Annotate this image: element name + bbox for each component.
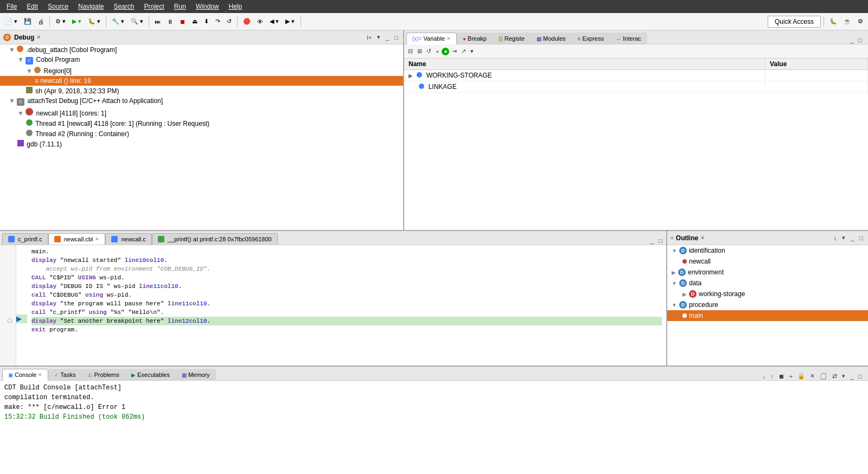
editor-minimize[interactable]: _ [649, 237, 655, 245]
tree-item-debug-attach[interactable]: ▼ .debug_attach [Cobol Program] [0, 44, 403, 55]
tab-registers[interactable]: ||| Registe [493, 33, 531, 44]
var-settings[interactable]: ▾ [469, 47, 475, 55]
tab-variable[interactable]: (x)= Variable ✕ [406, 33, 457, 44]
debug-minimize[interactable]: _ [384, 33, 391, 41]
tab-newcall-c[interactable]: newcall.c [105, 233, 151, 245]
tree-item-newcall-process[interactable]: ▼ newcall [4118] [cores: 1] [0, 107, 403, 118]
tab-newcall-cbl[interactable]: newcall.cbl ✕ [48, 233, 106, 245]
step-pause[interactable]: ⏸ [164, 17, 176, 27]
tab-breakpoints[interactable]: ● Breakp [457, 33, 493, 44]
console-maximize[interactable]: □ [857, 373, 864, 380]
var-watch[interactable]: + [434, 48, 441, 55]
console-dropdown[interactable]: ▾ [840, 372, 847, 380]
outline-close-icon[interactable]: ✕ [700, 235, 705, 241]
perspective-settings[interactable]: ⚙ [855, 16, 866, 27]
menu-help[interactable]: Help [225, 2, 247, 11]
console-switch[interactable]: ⇄ [831, 372, 839, 380]
run-button[interactable]: ▶ ▾ [69, 16, 84, 27]
print-button[interactable]: 🖨 [35, 17, 47, 27]
save-button[interactable]: 💾 [21, 16, 34, 27]
console-tab-close[interactable]: ✕ [38, 372, 42, 377]
nav-back[interactable]: ◀ ▾ [267, 16, 282, 27]
tab-executables[interactable]: ▶ Executables [125, 369, 176, 380]
outline-sort[interactable]: ↕ [832, 234, 839, 242]
tab-modules[interactable]: ▦ Modules [531, 33, 572, 44]
tab-interactive[interactable]: ↔ Interac [610, 33, 647, 44]
outline-identification[interactable]: ▼ D identification [667, 245, 868, 256]
console-clear[interactable]: ✕ [808, 372, 816, 380]
menu-run[interactable]: Run [170, 2, 190, 11]
debug-reconnect[interactable]: i+ [365, 33, 373, 41]
var-collapse-all[interactable]: ⊟ [406, 47, 414, 55]
breakpoint-button[interactable]: 🔴 [240, 16, 253, 27]
new-button[interactable]: 📄 ▾ [2, 16, 20, 27]
variable-minimize[interactable]: _ [848, 36, 855, 44]
tree-item-thread1[interactable]: Thread #1 [newcall] 4118 [core: 1] (Runn… [0, 118, 403, 129]
menu-navigate[interactable]: Navigate [74, 2, 108, 11]
console-paste[interactable]: 📋 [818, 372, 829, 380]
step-next[interactable]: ⏭ [152, 17, 163, 27]
variable-maximize[interactable]: □ [857, 36, 864, 44]
step-over[interactable]: ↷ [213, 16, 223, 27]
code-area[interactable]: main. display "newcall started" line 10 … [27, 245, 666, 366]
perspective-java[interactable]: ☕ [841, 16, 854, 27]
nav-forward[interactable]: ▶ ▾ [283, 16, 297, 27]
debug-dropdown[interactable]: 🐛 ▾ [85, 16, 103, 27]
outline-procedure[interactable]: ▼ D procedure [667, 299, 868, 310]
var-select[interactable]: ↗ [459, 47, 468, 55]
console-scroll-down[interactable]: ↓ [761, 373, 768, 380]
step-return[interactable]: ↺ [224, 16, 234, 27]
build-button[interactable]: ⚙ ▾ [53, 16, 68, 27]
menu-file[interactable]: File [2, 2, 21, 11]
quick-access-button[interactable]: Quick Access [768, 16, 821, 28]
var-refresh[interactable]: ↺ [425, 47, 433, 55]
search-button[interactable]: 🔍 ▾ [128, 16, 146, 27]
console-content[interactable]: CDT Build Console [attachTest] compilati… [0, 381, 868, 474]
step-disconnect[interactable]: ⏏ [189, 16, 200, 27]
outline-newcall[interactable]: newcall [667, 256, 868, 267]
outline-data[interactable]: ▼ D data [667, 278, 868, 289]
step-into[interactable]: ⬇ [201, 16, 212, 27]
outline-main[interactable]: main [667, 310, 868, 321]
var-row-working-storage[interactable]: ▶ WORKING-STORAGE [404, 70, 868, 81]
tab-problems[interactable]: ⚠ Problems [81, 369, 125, 380]
debug-panel-close-icon[interactable]: ✕ [36, 34, 41, 40]
menu-search[interactable]: Search [109, 2, 138, 11]
tab-expressions[interactable]: ≡ Express [572, 33, 610, 44]
outline-working-storage[interactable]: ▶ D working-storage [667, 289, 868, 299]
console-new[interactable]: + [788, 373, 794, 380]
perspective-debug[interactable]: 🐛 [827, 16, 840, 27]
tab-memory[interactable]: ▦ Memory [176, 369, 216, 380]
tree-item-newcall-line[interactable]: ≡ newcall () line: 16 [0, 76, 403, 86]
outline-maximize[interactable]: □ [858, 234, 865, 242]
var-row-linkage[interactable]: LINKAGE [404, 81, 868, 93]
tab-tasks[interactable]: ✓ Tasks [48, 369, 81, 380]
console-minimize[interactable]: _ [848, 373, 855, 380]
external-tools[interactable]: 🔧 ▾ [109, 16, 127, 27]
tree-item-cobol-program[interactable]: ▼ C Cobol Program [0, 55, 403, 66]
menu-project[interactable]: Project [139, 2, 168, 11]
outline-minimize[interactable]: _ [849, 234, 856, 242]
console-terminate[interactable]: ⏹ [777, 373, 786, 380]
editor-maximize[interactable]: □ [657, 237, 664, 245]
console-scroll-up[interactable]: ↑ [769, 373, 775, 380]
menu-window[interactable]: Window [192, 2, 224, 11]
debug-maximize[interactable]: □ [393, 33, 400, 41]
tree-item-sh[interactable]: sh (Apr 9, 2018, 3:32:33 PM) [0, 86, 403, 96]
tab-c-printf[interactable]: c_printf.c [2, 233, 48, 245]
outline-collapse[interactable]: ▾ [840, 234, 847, 242]
var-show-all[interactable]: ● [442, 48, 449, 55]
menu-source[interactable]: Source [43, 2, 73, 11]
var-expand-all[interactable]: ⊞ [416, 47, 424, 55]
watch-button[interactable]: 👁 [254, 17, 266, 27]
tab-printf-func[interactable]: __printf() at printf.c:28 0x7fbc05961800 [152, 233, 278, 245]
tree-item-gdb[interactable]: gdb (7.11.1) [0, 139, 403, 149]
var-filter[interactable]: ⇥ [450, 47, 458, 55]
variable-tab-close[interactable]: ✕ [446, 36, 451, 41]
tree-item-region[interactable]: ▼ Region[0] [0, 66, 403, 76]
newcall-cbl-close[interactable]: ✕ [95, 236, 99, 242]
console-lock[interactable]: 🔒 [796, 372, 807, 380]
outline-environment[interactable]: ▶ D environment [667, 267, 868, 278]
step-stop[interactable]: ⏹ [177, 17, 188, 27]
tree-item-thread2[interactable]: Thread #2 (Running : Container) [0, 129, 403, 139]
